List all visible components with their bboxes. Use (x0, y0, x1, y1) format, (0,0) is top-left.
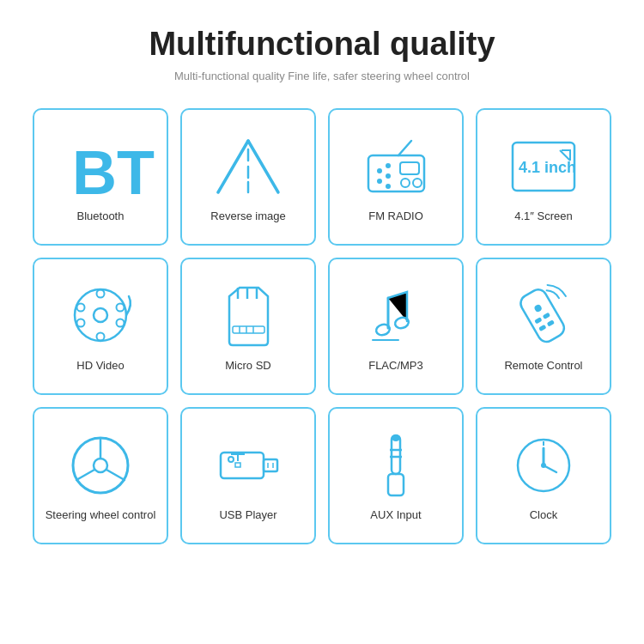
svg-point-11 (386, 173, 391, 179)
svg-point-15 (413, 179, 422, 187)
card-flac-mp3: FLAC/MP3 (328, 258, 464, 395)
svg-point-14 (401, 179, 410, 187)
flac-mp3-label: FLAC/MP3 (368, 359, 423, 374)
svg-point-12 (386, 184, 391, 189)
svg-point-64 (541, 463, 546, 468)
features-grid: BT Bluetooth Reverse image (33, 108, 611, 544)
svg-point-20 (94, 308, 107, 322)
micro-sd-icon (214, 282, 283, 350)
svg-text:4.1 inch: 4.1 inch (519, 159, 576, 176)
card-bluetooth: BT Bluetooth (33, 108, 168, 246)
page-subtitle: Multi-functional quality Fine life, safe… (174, 70, 470, 82)
svg-point-9 (377, 179, 382, 184)
card-screen: 4.1 inch 4.1″ Screen (476, 108, 611, 246)
svg-rect-13 (400, 162, 419, 174)
svg-line-1 (218, 141, 248, 192)
hd-video-icon (66, 282, 135, 350)
card-usb-player: USB Player (180, 407, 316, 544)
svg-line-6 (398, 141, 411, 155)
svg-line-2 (248, 141, 278, 192)
svg-rect-39 (534, 317, 542, 324)
usb-player-label: USB Player (219, 508, 276, 523)
reverse-image-label: Reverse image (210, 210, 285, 224)
screen-label: 4.1″ Screen (514, 210, 572, 224)
svg-point-57 (392, 434, 400, 441)
card-micro-sd: Micro SD (180, 258, 316, 395)
steering-wheel-icon (66, 431, 135, 500)
svg-point-26 (116, 319, 124, 327)
usb-player-icon (214, 431, 283, 500)
svg-rect-52 (235, 463, 240, 467)
page-title: Multifunctional quality (149, 26, 495, 63)
svg-point-25 (76, 319, 84, 327)
card-remote-control: Remote Control (476, 258, 611, 395)
card-steering-wheel: Steering wheel control (33, 407, 168, 544)
svg-point-38 (533, 303, 543, 313)
reverse-image-icon (214, 132, 283, 201)
svg-rect-41 (538, 324, 546, 331)
hd-video-label: HD Video (76, 359, 124, 374)
card-clock: Clock (476, 407, 611, 544)
clock-label: Clock (530, 508, 558, 523)
aux-input-icon (361, 431, 430, 500)
steering-wheel-label: Steering wheel control (46, 508, 156, 523)
micro-sd-label: Micro SD (225, 359, 270, 374)
svg-text:BT: BT (72, 138, 155, 207)
svg-point-22 (96, 333, 104, 341)
card-fm-radio: FM RADIO (328, 108, 464, 246)
svg-point-10 (386, 163, 391, 168)
svg-point-51 (228, 457, 234, 462)
clock-icon (509, 431, 578, 500)
svg-point-34 (374, 323, 391, 337)
aux-input-label: AUX Input (370, 508, 421, 523)
remote-control-icon (509, 282, 578, 350)
svg-point-21 (96, 290, 104, 298)
svg-rect-60 (388, 474, 404, 495)
card-reverse-image: Reverse image (180, 108, 316, 246)
svg-point-24 (116, 304, 124, 312)
bluetooth-icon: BT (66, 132, 135, 201)
svg-point-23 (76, 304, 84, 312)
remote-control-label: Remote Control (504, 359, 582, 374)
svg-rect-42 (546, 319, 554, 326)
svg-point-35 (393, 316, 410, 330)
svg-point-44 (94, 459, 107, 472)
card-hd-video: HD Video (33, 258, 168, 395)
screen-icon: 4.1 inch (509, 132, 578, 201)
svg-rect-40 (542, 312, 550, 319)
svg-rect-30 (233, 326, 264, 333)
svg-point-8 (377, 168, 382, 173)
flac-mp3-icon (361, 282, 430, 350)
card-aux-input: AUX Input (328, 407, 464, 544)
svg-line-47 (106, 470, 125, 480)
svg-rect-53 (264, 459, 277, 471)
bluetooth-label: Bluetooth (77, 210, 125, 224)
svg-rect-48 (221, 453, 264, 478)
svg-rect-37 (517, 286, 567, 344)
fm-radio-label: FM RADIO (368, 210, 423, 224)
fm-radio-icon (361, 132, 430, 201)
svg-line-46 (76, 470, 94, 480)
